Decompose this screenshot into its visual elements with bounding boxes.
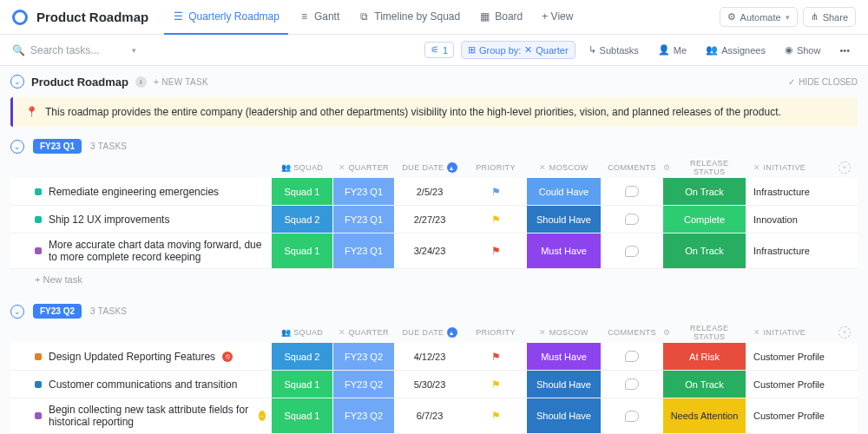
- col-quarter[interactable]: ✕QUARTER: [333, 328, 394, 337]
- quarter-cell[interactable]: FY23 Q2: [333, 343, 394, 370]
- release-status-cell[interactable]: On Track: [663, 371, 746, 398]
- release-status-cell[interactable]: Complete: [663, 206, 746, 233]
- hide-closed-toggle[interactable]: ✓HIDE CLOSED: [788, 77, 858, 87]
- quarter-cell[interactable]: FY23 Q2: [333, 398, 394, 433]
- col-due-date[interactable]: DUE DATE ▴: [395, 327, 464, 338]
- moscow-cell[interactable]: Could Have: [527, 178, 601, 205]
- group-by-button[interactable]: ⊞Group by:✕Quarter: [461, 41, 575, 59]
- priority-cell[interactable]: ⚑: [465, 178, 526, 205]
- filter-count[interactable]: ⚟1: [424, 42, 454, 58]
- col-due-date[interactable]: DUE DATE ▴: [395, 162, 464, 173]
- task-name-cell[interactable]: Ship 12 UX improvements: [10, 206, 271, 233]
- collapse-group-icon[interactable]: ⌄: [10, 140, 24, 154]
- task-row[interactable]: Ship 12 UX improvements Squad 2 FY23 Q1 …: [10, 206, 858, 233]
- moscow-cell[interactable]: Should Have: [527, 206, 601, 233]
- due-date-cell[interactable]: 3/24/23: [395, 233, 464, 268]
- collapse-group-icon[interactable]: ⌄: [10, 305, 24, 319]
- initiative-cell[interactable]: Infrastructure: [746, 233, 851, 268]
- col-release-status[interactable]: ⚙RELEASE STATUS: [663, 324, 746, 341]
- priority-cell[interactable]: ⚑: [465, 398, 526, 433]
- release-status-cell[interactable]: On Track: [663, 178, 746, 205]
- new-task-header-btn[interactable]: + NEW TASK: [154, 77, 208, 87]
- squad-cell[interactable]: Squad 1: [272, 371, 332, 398]
- search-input[interactable]: 🔍Search tasks...: [12, 44, 125, 56]
- col-squad[interactable]: 👥SQUAD: [272, 163, 332, 172]
- tab-board[interactable]: ▦Board: [470, 0, 531, 35]
- comments-cell[interactable]: [602, 178, 662, 205]
- quarter-cell[interactable]: FY23 Q1: [333, 206, 394, 233]
- release-status-cell[interactable]: On Track: [663, 233, 746, 268]
- tab-timeline[interactable]: ⧉Timeline by Squad: [350, 0, 469, 35]
- task-name-cell[interactable]: Begin collecting new task attribute fiel…: [10, 398, 271, 433]
- initiative-cell[interactable]: Customer Profile: [746, 343, 851, 370]
- group-pill[interactable]: FY23 Q2: [33, 304, 82, 319]
- comments-cell[interactable]: [602, 233, 662, 268]
- task-name-cell[interactable]: More accurate chart data moving forward,…: [10, 233, 271, 268]
- due-date-cell[interactable]: 2/5/23: [395, 178, 464, 205]
- tab-quarterly-roadmap[interactable]: ☰Quarterly Roadmap: [164, 0, 288, 35]
- quarter-cell[interactable]: FY23 Q1: [333, 178, 394, 205]
- moscow-cell[interactable]: Should Have: [527, 371, 601, 398]
- task-row[interactable]: Begin collecting new task attribute fiel…: [10, 398, 858, 434]
- add-column-icon[interactable]: +: [838, 161, 851, 174]
- col-initiative[interactable]: ✕ INITIATIVE +: [746, 161, 851, 174]
- show-button[interactable]: ◉Show: [779, 42, 827, 58]
- quarter-cell[interactable]: FY23 Q1: [333, 233, 394, 268]
- task-row[interactable]: Customer communications and transition S…: [10, 371, 858, 398]
- initiative-cell[interactable]: Customer Profile: [746, 371, 851, 398]
- tab-add-view[interactable]: + View: [533, 0, 582, 35]
- tab-gantt[interactable]: ≡Gantt: [290, 0, 348, 35]
- squad-cell[interactable]: Squad 2: [272, 206, 332, 233]
- initiative-cell[interactable]: Infrastructure: [746, 178, 851, 205]
- col-comments[interactable]: COMMENTS: [602, 163, 662, 172]
- due-date-cell[interactable]: 5/30/23: [395, 371, 464, 398]
- add-column-icon[interactable]: +: [838, 326, 851, 339]
- col-priority[interactable]: PRIORITY: [465, 163, 526, 172]
- moscow-cell[interactable]: Should Have: [527, 398, 601, 433]
- col-comments[interactable]: COMMENTS: [602, 328, 662, 337]
- me-button[interactable]: 👤Me: [652, 42, 693, 58]
- new-task-button[interactable]: + New task: [10, 269, 858, 295]
- col-squad[interactable]: 👥SQUAD: [272, 328, 332, 337]
- col-quarter[interactable]: ✕QUARTER: [333, 163, 394, 172]
- due-date-cell[interactable]: 4/12/23: [395, 343, 464, 370]
- release-status-cell[interactable]: Needs Attention: [663, 398, 746, 433]
- comments-cell[interactable]: [602, 371, 662, 398]
- task-name-cell[interactable]: Design Updated Reporting Features ⦸: [10, 343, 271, 370]
- col-release-status[interactable]: ⚙RELEASE STATUS: [663, 159, 746, 176]
- initiative-cell[interactable]: Innovation: [746, 206, 851, 233]
- comments-cell[interactable]: [602, 398, 662, 433]
- squad-cell[interactable]: Squad 2: [272, 343, 332, 370]
- comments-cell[interactable]: [602, 343, 662, 370]
- initiative-cell[interactable]: Customer Profile: [746, 398, 851, 433]
- comments-cell[interactable]: [602, 206, 662, 233]
- col-initiative[interactable]: ✕ INITIATIVE +: [746, 326, 851, 339]
- quarter-cell[interactable]: FY23 Q2: [333, 371, 394, 398]
- squad-cell[interactable]: Squad 1: [272, 233, 332, 268]
- chevron-down-icon[interactable]: ▾: [132, 46, 136, 55]
- moscow-cell[interactable]: Must Have: [527, 233, 601, 268]
- more-button[interactable]: •••: [833, 43, 856, 58]
- priority-cell[interactable]: ⚑: [465, 371, 526, 398]
- due-date-cell[interactable]: 2/27/23: [395, 206, 464, 233]
- priority-cell[interactable]: ⚑: [465, 233, 526, 268]
- assignees-button[interactable]: 👥Assignees: [700, 42, 772, 58]
- col-moscow[interactable]: ✕MOSCOW: [527, 163, 601, 172]
- squad-cell[interactable]: Squad 1: [272, 178, 332, 205]
- col-priority[interactable]: PRIORITY: [465, 328, 526, 337]
- share-button[interactable]: ⋔Share: [803, 7, 856, 27]
- task-name-cell[interactable]: Customer communications and transition: [10, 371, 271, 398]
- due-date-cell[interactable]: 6/7/23: [395, 398, 464, 433]
- release-status-cell[interactable]: At Risk: [663, 343, 746, 370]
- info-icon[interactable]: i: [135, 76, 147, 88]
- group-pill[interactable]: FY23 Q1: [33, 139, 82, 154]
- task-row[interactable]: Design Updated Reporting Features ⦸ Squa…: [10, 343, 858, 371]
- task-name-cell[interactable]: Remediate engineering emergencies: [10, 178, 271, 205]
- subtasks-button[interactable]: ↳Subtasks: [582, 42, 645, 58]
- task-row[interactable]: More accurate chart data moving forward,…: [10, 233, 858, 269]
- moscow-cell[interactable]: Must Have: [527, 343, 601, 370]
- task-row[interactable]: Remediate engineering emergencies Squad …: [10, 178, 858, 206]
- priority-cell[interactable]: ⚑: [465, 206, 526, 233]
- col-moscow[interactable]: ✕MOSCOW: [527, 328, 601, 337]
- priority-cell[interactable]: ⚑: [465, 343, 526, 370]
